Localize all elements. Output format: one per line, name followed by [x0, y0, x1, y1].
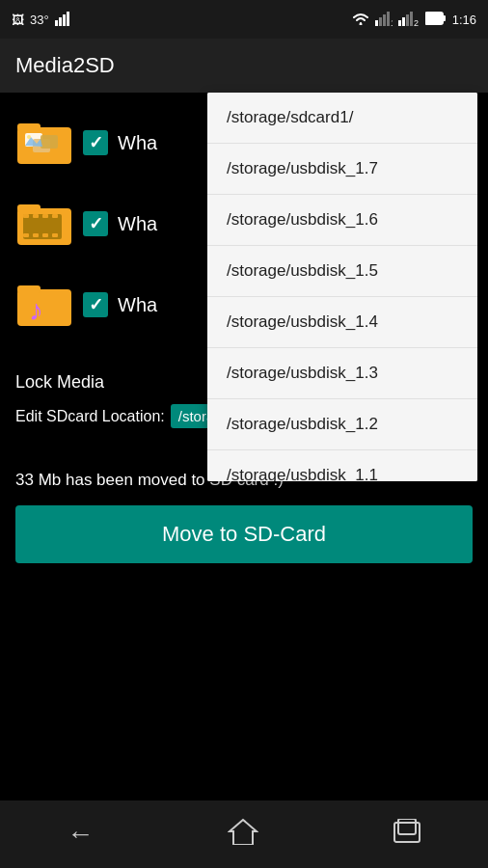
dropdown-item-usbdisk13[interactable]: /storage/usbdisk_1.3	[207, 348, 477, 399]
back-button[interactable]: ←	[67, 819, 94, 850]
svg-rect-0	[55, 20, 58, 26]
recents-button[interactable]	[393, 819, 421, 851]
app-title: Media2SD	[15, 53, 115, 78]
svg-rect-3	[67, 12, 69, 26]
mobile-signal-2-icon: 2	[398, 11, 420, 29]
status-right: 1 2 1:16	[352, 11, 476, 29]
dropdown-item-usbdisk15[interactable]: /storage/usbdisk_1.5	[207, 246, 477, 297]
folder-photos-icon	[15, 112, 73, 174]
svg-rect-31	[23, 233, 29, 237]
svg-rect-7	[383, 14, 386, 26]
svg-rect-18	[17, 123, 41, 131]
svg-rect-34	[52, 233, 58, 237]
svg-text:♪: ♪	[29, 294, 43, 326]
svg-rect-33	[42, 233, 48, 237]
svg-rect-11	[402, 17, 405, 26]
wifi-icon	[352, 12, 369, 28]
svg-rect-36	[17, 285, 41, 293]
home-button[interactable]	[228, 818, 258, 852]
photo-icon: 🖼	[12, 13, 24, 27]
svg-rect-8	[387, 12, 390, 26]
item2-checkbox[interactable]: ✓	[83, 211, 108, 236]
dropdown-item-sdcard1[interactable]: /storage/sdcard1/	[207, 93, 477, 144]
lock-media-label: Lock Media	[15, 372, 104, 393]
item2-text: Wha	[118, 213, 157, 235]
svg-text:2: 2	[414, 18, 419, 26]
svg-rect-6	[379, 17, 382, 26]
checkmark-icon: ✓	[89, 213, 103, 234]
svg-rect-28	[33, 214, 39, 218]
item1-text: Wha	[118, 132, 157, 154]
svg-rect-10	[398, 20, 401, 26]
item3-checkbox[interactable]: ✓	[83, 292, 108, 317]
svg-rect-25	[17, 204, 41, 212]
dropdown-item-usbdisk16[interactable]: /storage/usbdisk_1.6	[207, 195, 477, 246]
svg-rect-21	[41, 135, 58, 149]
svg-text:1: 1	[391, 18, 393, 26]
svg-rect-2	[63, 14, 66, 26]
dropdown-item-usbdisk14[interactable]: /storage/usbdisk_1.4	[207, 297, 477, 348]
status-left: 🖼 33°	[12, 11, 72, 29]
item3-text: Wha	[118, 294, 157, 316]
svg-point-4	[359, 22, 362, 25]
svg-rect-29	[42, 214, 48, 218]
battery-icon	[425, 12, 447, 28]
item1-checkbox[interactable]: ✓	[83, 130, 108, 155]
sdcard-label: Edit SDcard Location:	[15, 408, 165, 425]
dropdown-item-usbdisk11[interactable]: /storage/usbdisk_1.1	[207, 450, 477, 481]
svg-rect-27	[23, 214, 29, 218]
svg-rect-13	[410, 12, 413, 26]
svg-rect-35	[17, 289, 71, 326]
svg-marker-38	[230, 820, 257, 845]
move-to-sdcard-button[interactable]: Move to SD-Card	[15, 505, 473, 563]
svg-rect-32	[33, 233, 39, 237]
dropdown-item-usbdisk17[interactable]: /storage/usbdisk_1.7	[207, 144, 477, 195]
svg-rect-5	[375, 20, 378, 26]
folder-music-icon: ♪	[15, 274, 73, 336]
svg-rect-40	[398, 819, 416, 834]
time: 1:16	[452, 13, 476, 27]
svg-rect-30	[52, 214, 58, 218]
svg-rect-15	[425, 13, 443, 24]
checkmark-icon: ✓	[89, 294, 103, 315]
storage-dropdown[interactable]: /storage/sdcard1/ /storage/usbdisk_1.7 /…	[207, 93, 477, 481]
svg-rect-12	[406, 14, 409, 26]
dropdown-item-usbdisk12[interactable]: /storage/usbdisk_1.2	[207, 399, 477, 450]
temperature: 33°	[30, 13, 49, 27]
checkmark-icon: ✓	[89, 132, 103, 153]
signal-bars-icon	[55, 11, 72, 29]
app-bar: Media2SD	[0, 39, 488, 93]
nav-bar: ←	[0, 800, 488, 868]
folder-video-icon	[15, 193, 73, 255]
mobile-signal-1-icon: 1	[375, 11, 393, 29]
svg-point-23	[27, 135, 31, 139]
status-bar: 🖼 33°	[0, 0, 488, 39]
svg-rect-1	[59, 17, 62, 26]
svg-rect-16	[443, 15, 446, 21]
